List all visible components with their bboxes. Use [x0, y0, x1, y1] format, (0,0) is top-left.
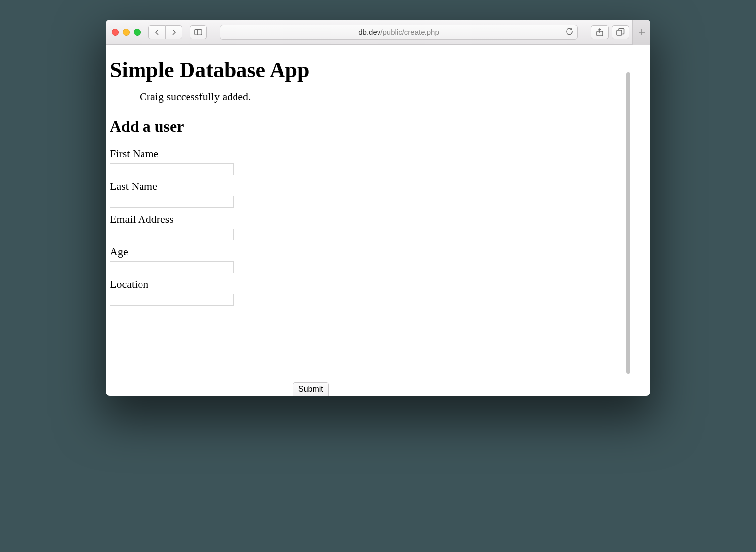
back-button[interactable] [148, 25, 165, 39]
reload-icon [566, 27, 573, 35]
first-name-input[interactable] [110, 163, 234, 175]
location-label: Location [110, 278, 646, 291]
field-email: Email Address [110, 213, 646, 240]
email-label: Email Address [110, 213, 646, 226]
sidebar-button[interactable] [190, 25, 207, 39]
age-label: Age [110, 245, 646, 258]
email-input[interactable] [110, 229, 234, 240]
status-message: Craig successfully added. [140, 91, 646, 103]
last-name-label: Last Name [110, 180, 646, 193]
new-tab-button[interactable] [632, 20, 650, 45]
submit-button[interactable]: Submit [293, 382, 329, 396]
plus-icon [638, 28, 646, 36]
url-host: db.dev [358, 28, 380, 36]
share-button[interactable] [591, 25, 609, 39]
scrollbar-thumb[interactable] [626, 72, 630, 374]
field-first-name: First Name [110, 147, 646, 175]
close-window-button[interactable] [112, 29, 119, 36]
titlebar: db.dev/public/create.php [106, 20, 650, 45]
reload-button[interactable] [566, 27, 573, 37]
first-name-label: First Name [110, 147, 646, 160]
tabs-icon [616, 28, 625, 37]
chevron-right-icon [170, 28, 178, 36]
window-controls [112, 29, 141, 36]
location-input[interactable] [110, 294, 234, 306]
last-name-input[interactable] [110, 196, 234, 208]
svg-rect-3 [617, 30, 622, 35]
page-title: Simple Database App [110, 57, 646, 83]
viewport: Simple Database App Craig successfully a… [106, 45, 650, 396]
field-last-name: Last Name [110, 180, 646, 208]
minimize-window-button[interactable] [123, 29, 130, 36]
fullscreen-window-button[interactable] [134, 29, 141, 36]
tabs-button[interactable] [612, 25, 629, 39]
age-input[interactable] [110, 261, 234, 273]
form-heading: Add a user [110, 117, 646, 136]
chevron-left-icon [153, 28, 161, 36]
sidebar-icon [194, 28, 202, 36]
page-content: Simple Database App Craig successfully a… [106, 45, 650, 396]
url-path: /public/create.php [380, 28, 439, 36]
vertical-scrollbar[interactable] [624, 69, 632, 396]
nav-buttons [148, 25, 182, 39]
field-location: Location [110, 278, 646, 306]
svg-rect-0 [195, 29, 202, 35]
safari-window: db.dev/public/create.php [106, 20, 650, 396]
address-bar[interactable]: db.dev/public/create.php [220, 25, 578, 40]
share-icon [595, 28, 604, 37]
field-age: Age [110, 245, 646, 273]
submit-row: Submit [293, 382, 329, 396]
forward-button[interactable] [165, 25, 182, 39]
